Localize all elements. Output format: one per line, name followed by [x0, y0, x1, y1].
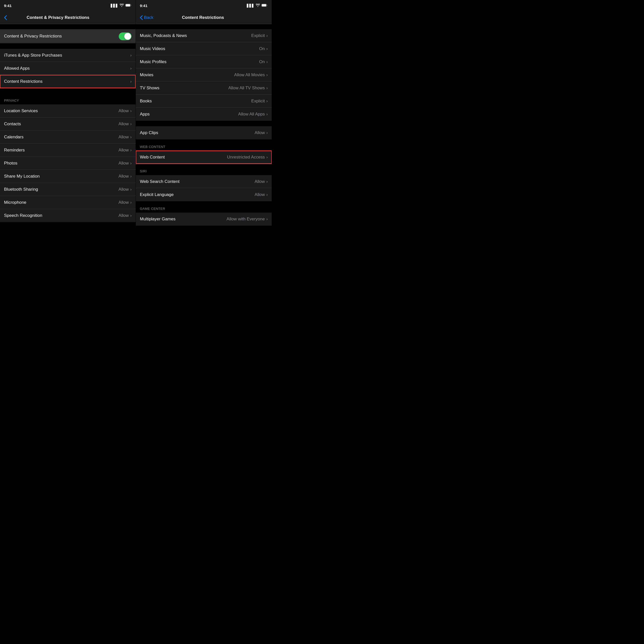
calendars-value: Allow — [118, 135, 129, 140]
multiplayer-games-label: Multiplayer Games — [140, 217, 176, 222]
location-services-value: Allow — [118, 108, 129, 113]
content-restrictions-row[interactable]: Content Restrictions › — [0, 75, 136, 88]
chevron-icon: › — [130, 174, 132, 179]
apps-value: Allow All Apps — [238, 112, 265, 117]
chevron-icon: › — [130, 200, 132, 205]
books-value: Explicit — [251, 99, 265, 104]
chevron-icon: › — [130, 148, 132, 152]
music-profiles-row[interactable]: Music Profiles On › — [136, 55, 272, 68]
chevron-icon: › — [266, 73, 268, 77]
web-content-value: Unrestricted Access — [227, 155, 265, 160]
back-label-right: Back — [144, 15, 153, 20]
chevron-icon: › — [266, 33, 268, 38]
location-services-row[interactable]: Location Services Allow › — [0, 104, 136, 117]
apps-row[interactable]: Apps Allow All Apps › — [136, 108, 272, 121]
allowed-apps-label: Allowed Apps — [4, 66, 30, 71]
app-clips-row[interactable]: App Clips Allow › — [136, 126, 272, 139]
web-content-section: WEB CONTENT Web Content Unrestricted Acc… — [136, 140, 272, 164]
music-podcasts-news-row[interactable]: Music, Podcasts & News Explicit › — [136, 29, 272, 42]
explicit-language-row[interactable]: Explicit Language Allow › — [136, 188, 272, 201]
back-button-right[interactable]: Back — [140, 15, 153, 20]
calendars-label: Calendars — [4, 135, 24, 140]
microphone-value: Allow — [118, 200, 129, 205]
books-row[interactable]: Books Explicit › — [136, 95, 272, 108]
speech-recognition-row[interactable]: Speech Recognition Allow › — [0, 209, 136, 222]
toggle-label: Content & Privacy Restrictions — [4, 34, 62, 39]
app-clips-label: App Clips — [140, 130, 158, 135]
signal-icon: ▋▋▋ — [247, 4, 254, 8]
reminders-row[interactable]: Reminders Allow › — [0, 144, 136, 157]
itunes-app-store-row[interactable]: iTunes & App Store Purchases › — [0, 49, 136, 62]
multiplayer-games-row[interactable]: Multiplayer Games Allow with Everyone › — [136, 213, 272, 226]
calendars-right: Allow › — [118, 135, 132, 140]
status-time-right: 9:41 — [140, 4, 147, 8]
chevron-icon: › — [130, 213, 132, 218]
chevron-icon: › — [130, 66, 132, 71]
chevron-icon: › — [266, 99, 268, 103]
microphone-row[interactable]: Microphone Allow › — [0, 196, 136, 209]
bluetooth-sharing-value: Allow — [118, 187, 129, 192]
music-podcasts-right: Explicit › — [251, 33, 268, 38]
main-menu-section: iTunes & App Store Purchases › Allowed A… — [0, 49, 136, 88]
siri-section: SIRI Web Search Content Allow › Explicit… — [136, 164, 272, 201]
status-icons-right: ▋▋▋ — [247, 4, 268, 8]
chevron-icon: › — [266, 47, 268, 51]
nav-title-right: Content Restrictions — [153, 15, 253, 20]
game-center-header: GAME CENTER — [136, 202, 272, 213]
explicit-language-right: Allow › — [255, 192, 268, 197]
web-content-row[interactable]: Web Content Unrestricted Access › — [136, 151, 272, 164]
content-privacy-toggle-row[interactable]: Content & Privacy Restrictions — [0, 29, 136, 43]
bluetooth-sharing-label: Bluetooth Sharing — [4, 187, 38, 192]
web-search-content-row[interactable]: Web Search Content Allow › — [136, 175, 272, 188]
multiplayer-games-value: Allow with Everyone — [227, 217, 265, 222]
app-clips-right: Allow › — [255, 130, 268, 135]
wifi-icon — [256, 4, 260, 8]
calendars-row[interactable]: Calendars Allow › — [0, 131, 136, 144]
content-restrictions-label: Content Restrictions — [4, 79, 43, 84]
allowed-apps-row[interactable]: Allowed Apps › — [0, 62, 136, 75]
chevron-icon: › — [130, 109, 132, 113]
explicit-language-value: Allow — [255, 192, 265, 197]
chevron-icon: › — [266, 192, 268, 197]
share-my-location-row[interactable]: Share My Location Allow › — [0, 170, 136, 183]
books-right: Explicit › — [251, 99, 268, 104]
status-bar-left: 9:41 ▋▋▋ — [0, 0, 136, 11]
chevron-icon: › — [266, 217, 268, 221]
svg-rect-3 — [262, 4, 266, 6]
itunes-right: › — [130, 53, 132, 58]
status-icons-left: ▋▋▋ — [111, 4, 132, 8]
web-content-label: Web Content — [140, 155, 165, 160]
chevron-icon: › — [266, 179, 268, 184]
tv-shows-row[interactable]: TV Shows Allow All TV Shows › — [136, 82, 272, 95]
left-panel: 9:41 ▋▋▋ Content & Privacy Re — [0, 0, 136, 272]
siri-group: Web Search Content Allow › Explicit Lang… — [136, 175, 272, 201]
location-services-right: Allow › — [118, 108, 132, 113]
chevron-icon: › — [266, 131, 268, 135]
contacts-row[interactable]: Contacts Allow › — [0, 117, 136, 131]
contacts-label: Contacts — [4, 122, 21, 127]
privacy-group: Location Services Allow › Contacts Allow… — [0, 104, 136, 222]
itunes-label: iTunes & App Store Purchases — [4, 53, 62, 58]
music-videos-row[interactable]: Music Videos On › — [136, 42, 272, 55]
toggle-knob — [124, 33, 131, 40]
reminders-label: Reminders — [4, 148, 25, 153]
game-center-group: Multiplayer Games Allow with Everyone › — [136, 213, 272, 226]
chevron-icon: › — [266, 60, 268, 64]
web-search-content-right: Allow › — [255, 179, 268, 184]
app-clips-value: Allow — [255, 130, 265, 135]
content-privacy-toggle[interactable] — [119, 32, 132, 40]
movies-row[interactable]: Movies Allow All Movies › — [136, 68, 272, 82]
photos-row[interactable]: Photos Allow › — [0, 157, 136, 170]
right-panel: 9:41 ▋▋▋ Back Content R — [136, 0, 272, 272]
multiplayer-games-right: Allow with Everyone › — [227, 217, 268, 222]
chevron-icon: › — [266, 86, 268, 90]
svg-rect-1 — [126, 4, 130, 6]
contacts-right: Allow › — [118, 122, 132, 127]
chevron-icon: › — [130, 53, 132, 58]
bluetooth-sharing-right: Allow › — [118, 187, 132, 192]
photos-value: Allow — [118, 161, 129, 166]
content-restrictions-right: › — [130, 79, 132, 84]
nav-title-left: Content & Privacy Restrictions — [0, 15, 116, 20]
reminders-right: Allow › — [118, 148, 132, 153]
bluetooth-sharing-row[interactable]: Bluetooth Sharing Allow › — [0, 183, 136, 196]
